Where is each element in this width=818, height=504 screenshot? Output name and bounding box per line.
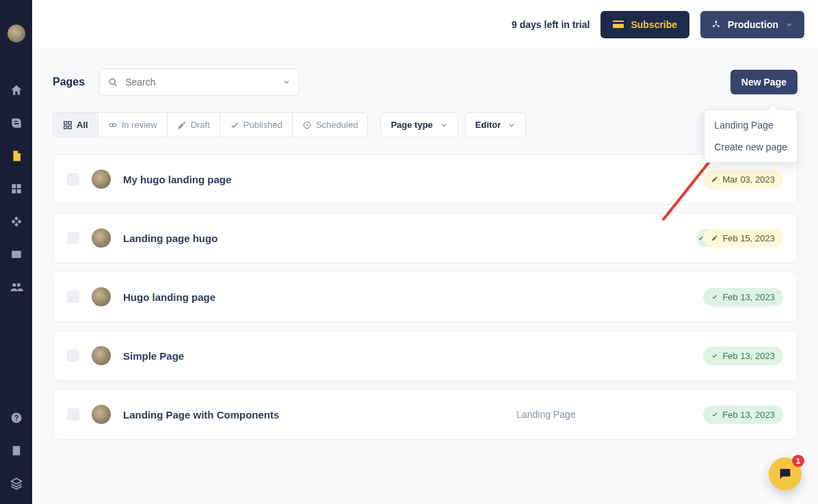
- svg-point-9: [109, 123, 113, 127]
- stack-icon[interactable]: [10, 477, 23, 490]
- page-header: Pages New Page Landing Page Create new p…: [32, 49, 818, 104]
- segment-scheduled[interactable]: Scheduled: [293, 113, 367, 137]
- components-icon[interactable]: [10, 182, 23, 196]
- page-type-label: Page type: [391, 120, 432, 130]
- status-badge: Feb 13, 2023: [703, 288, 783, 306]
- row-title: Landing Page with Components: [123, 409, 279, 421]
- grid-icon: [63, 120, 72, 130]
- list-item[interactable]: Simple Page Feb 13, 2023: [53, 330, 797, 381]
- main-area: 9 days left in trial Subscribe Productio…: [32, 0, 818, 440]
- segment-label: All: [77, 120, 88, 130]
- status-segments: All In review Draft Published Scheduled: [53, 112, 368, 137]
- avatar: [92, 346, 111, 365]
- row-title: My hugo landing page: [123, 174, 231, 185]
- search-icon: [107, 77, 118, 88]
- sidebar-nav: [10, 83, 23, 294]
- segment-label: Draft: [191, 120, 210, 130]
- chevron-down-icon: [507, 121, 516, 129]
- list-item[interactable]: My hugo landing page Mar 03, 2023: [53, 154, 797, 204]
- chevron-down-icon: [440, 121, 448, 129]
- svg-rect-8: [68, 126, 71, 129]
- sidebar: [0, 0, 32, 504]
- media-icon[interactable]: [10, 248, 23, 261]
- svg-rect-7: [64, 126, 67, 129]
- check-icon: [711, 411, 718, 418]
- filters: All In review Draft Published Scheduled …: [32, 104, 818, 154]
- segment-all[interactable]: All: [53, 113, 98, 137]
- sidebar-bottom: [10, 411, 23, 490]
- segment-draft[interactable]: Draft: [168, 113, 220, 137]
- avatar[interactable]: [8, 25, 25, 42]
- subscribe-label: Subscribe: [631, 19, 677, 30]
- checkbox[interactable]: [67, 173, 79, 185]
- topbar: 9 days left in trial Subscribe Productio…: [32, 0, 818, 49]
- row-date: Mar 03, 2023: [722, 174, 775, 185]
- chat-icon: [778, 466, 793, 481]
- pencil-icon: [177, 120, 187, 130]
- check-icon: [230, 120, 239, 130]
- home-icon[interactable]: [10, 83, 23, 97]
- pencil-icon: [711, 235, 718, 241]
- status-badge: Feb 13, 2023: [703, 406, 783, 424]
- search-input[interactable]: [125, 77, 276, 88]
- list-item[interactable]: Landing Page with Components Landing Pag…: [53, 389, 797, 440]
- avatar: [92, 405, 111, 424]
- page-type-dropdown[interactable]: Page type: [380, 112, 458, 137]
- row-title: Simple Page: [123, 350, 184, 362]
- status-badge: Feb 15, 2023: [703, 229, 783, 248]
- checkbox[interactable]: [67, 232, 79, 244]
- avatar: [92, 228, 111, 248]
- svg-rect-6: [68, 121, 71, 124]
- pencil-icon: [711, 176, 718, 183]
- trial-text: 9 days left in trial: [512, 19, 590, 30]
- production-button[interactable]: Production: [700, 11, 804, 38]
- blog-icon[interactable]: [10, 116, 23, 130]
- checkbox[interactable]: [67, 291, 79, 303]
- svg-point-10: [113, 123, 116, 127]
- segment-in-review[interactable]: In review: [98, 113, 168, 137]
- new-page-button[interactable]: New Page: [730, 70, 797, 94]
- collections-icon[interactable]: [10, 215, 23, 228]
- subscribe-button[interactable]: Subscribe: [601, 11, 689, 38]
- chat-unread-badge: 1: [792, 455, 804, 467]
- pages-list: My hugo landing page Mar 03, 2023 Landin…: [32, 154, 818, 440]
- row-title: Hugo landing page: [123, 291, 215, 303]
- clock-icon: [302, 120, 312, 130]
- production-label: Production: [728, 19, 778, 30]
- svg-point-3: [109, 79, 115, 84]
- segment-published[interactable]: Published: [220, 113, 293, 137]
- list-item[interactable]: Landing page hugo Feb 15, 2023: [53, 213, 797, 263]
- menu-item-create-new-page[interactable]: Create new page: [704, 136, 797, 158]
- list-item[interactable]: Hugo landing page Feb 13, 2023: [53, 271, 797, 322]
- editor-dropdown[interactable]: Editor: [465, 112, 527, 137]
- docs-icon[interactable]: [10, 444, 23, 457]
- checkbox[interactable]: [67, 349, 79, 362]
- status-badge: Mar 03, 2023: [703, 170, 783, 189]
- avatar: [92, 287, 111, 306]
- credit-card-icon: [613, 21, 624, 28]
- svg-point-0: [715, 21, 717, 23]
- svg-rect-5: [64, 121, 67, 124]
- segment-label: Scheduled: [316, 120, 358, 130]
- pages-icon[interactable]: [10, 149, 23, 163]
- menu-item-landing-page[interactable]: Landing Page: [704, 114, 797, 136]
- help-icon[interactable]: [10, 411, 23, 425]
- chat-fab[interactable]: 1: [769, 457, 802, 490]
- new-page-menu: Landing Page Create new page: [704, 109, 797, 163]
- status-badge: Feb 13, 2023: [703, 347, 783, 365]
- segment-label: Published: [243, 120, 282, 130]
- row-date: Feb 15, 2023: [722, 233, 775, 243]
- check-icon: [711, 352, 718, 359]
- checkbox[interactable]: [67, 408, 79, 421]
- chevron-down-icon[interactable]: [282, 78, 291, 86]
- row-date: Feb 13, 2023: [722, 410, 775, 420]
- eyes-icon: [108, 120, 118, 130]
- row-date: Feb 13, 2023: [722, 351, 775, 361]
- chevron-down-icon: [785, 21, 793, 29]
- row-title: Landing page hugo: [123, 233, 217, 244]
- users-icon[interactable]: [10, 280, 23, 294]
- nodes-icon: [711, 20, 721, 29]
- avatar: [92, 170, 111, 189]
- check-icon: [711, 293, 718, 300]
- search-box[interactable]: [98, 68, 300, 96]
